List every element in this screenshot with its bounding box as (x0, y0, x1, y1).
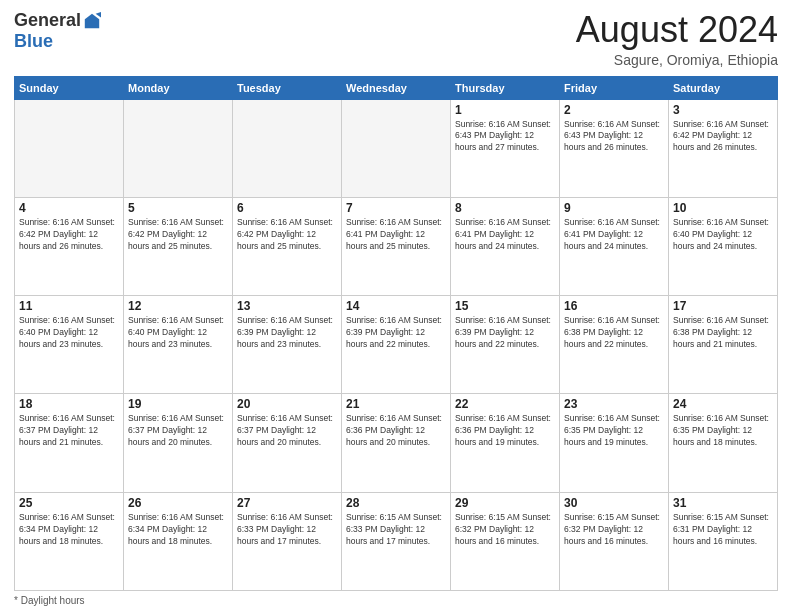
calendar-table: SundayMondayTuesdayWednesdayThursdayFrid… (14, 76, 778, 591)
calendar-cell: 13Sunrise: 6:16 AM Sunset: 6:39 PM Dayli… (233, 296, 342, 394)
calendar-header-friday: Friday (560, 76, 669, 99)
day-info: Sunrise: 6:15 AM Sunset: 6:32 PM Dayligh… (455, 512, 555, 548)
day-info: Sunrise: 6:16 AM Sunset: 6:36 PM Dayligh… (455, 413, 555, 449)
day-info: Sunrise: 6:16 AM Sunset: 6:37 PM Dayligh… (19, 413, 119, 449)
day-number: 26 (128, 496, 228, 510)
day-number: 6 (237, 201, 337, 215)
calendar-cell: 4Sunrise: 6:16 AM Sunset: 6:42 PM Daylig… (15, 197, 124, 295)
day-info: Sunrise: 6:16 AM Sunset: 6:42 PM Dayligh… (19, 217, 119, 253)
day-number: 1 (455, 103, 555, 117)
day-number: 14 (346, 299, 446, 313)
day-info: Sunrise: 6:16 AM Sunset: 6:37 PM Dayligh… (128, 413, 228, 449)
calendar-cell: 16Sunrise: 6:16 AM Sunset: 6:38 PM Dayli… (560, 296, 669, 394)
day-number: 31 (673, 496, 773, 510)
day-number: 13 (237, 299, 337, 313)
calendar-cell: 12Sunrise: 6:16 AM Sunset: 6:40 PM Dayli… (124, 296, 233, 394)
day-number: 20 (237, 397, 337, 411)
calendar-cell: 9Sunrise: 6:16 AM Sunset: 6:41 PM Daylig… (560, 197, 669, 295)
day-info: Sunrise: 6:16 AM Sunset: 6:34 PM Dayligh… (128, 512, 228, 548)
calendar-cell: 21Sunrise: 6:16 AM Sunset: 6:36 PM Dayli… (342, 394, 451, 492)
page: General Blue August 2024 Sagure, Oromiya… (0, 0, 792, 612)
logo: General Blue (14, 10, 101, 52)
calendar-cell: 18Sunrise: 6:16 AM Sunset: 6:37 PM Dayli… (15, 394, 124, 492)
day-number: 4 (19, 201, 119, 215)
calendar-cell: 29Sunrise: 6:15 AM Sunset: 6:32 PM Dayli… (451, 492, 560, 590)
day-info: Sunrise: 6:16 AM Sunset: 6:37 PM Dayligh… (237, 413, 337, 449)
calendar-cell (15, 99, 124, 197)
day-number: 24 (673, 397, 773, 411)
day-info: Sunrise: 6:16 AM Sunset: 6:35 PM Dayligh… (673, 413, 773, 449)
day-number: 19 (128, 397, 228, 411)
logo-icon (83, 12, 101, 30)
day-info: Sunrise: 6:16 AM Sunset: 6:41 PM Dayligh… (455, 217, 555, 253)
day-info: Sunrise: 6:16 AM Sunset: 6:38 PM Dayligh… (564, 315, 664, 351)
logo-blue-text: Blue (14, 31, 53, 52)
calendar-cell: 28Sunrise: 6:15 AM Sunset: 6:33 PM Dayli… (342, 492, 451, 590)
calendar-cell: 22Sunrise: 6:16 AM Sunset: 6:36 PM Dayli… (451, 394, 560, 492)
subtitle: Sagure, Oromiya, Ethiopia (576, 52, 778, 68)
day-number: 16 (564, 299, 664, 313)
day-info: Sunrise: 6:15 AM Sunset: 6:32 PM Dayligh… (564, 512, 664, 548)
calendar-cell: 5Sunrise: 6:16 AM Sunset: 6:42 PM Daylig… (124, 197, 233, 295)
day-number: 30 (564, 496, 664, 510)
day-number: 28 (346, 496, 446, 510)
day-info: Sunrise: 6:15 AM Sunset: 6:33 PM Dayligh… (346, 512, 446, 548)
calendar-cell: 8Sunrise: 6:16 AM Sunset: 6:41 PM Daylig… (451, 197, 560, 295)
calendar-cell: 25Sunrise: 6:16 AM Sunset: 6:34 PM Dayli… (15, 492, 124, 590)
calendar-cell: 19Sunrise: 6:16 AM Sunset: 6:37 PM Dayli… (124, 394, 233, 492)
logo-general-text: General (14, 10, 81, 31)
legend: * Daylight hours (14, 595, 778, 606)
calendar-cell: 11Sunrise: 6:16 AM Sunset: 6:40 PM Dayli… (15, 296, 124, 394)
legend-text: Daylight hours (21, 595, 85, 606)
day-number: 7 (346, 201, 446, 215)
day-info: Sunrise: 6:16 AM Sunset: 6:40 PM Dayligh… (128, 315, 228, 351)
calendar-week-4: 18Sunrise: 6:16 AM Sunset: 6:37 PM Dayli… (15, 394, 778, 492)
calendar-header-sunday: Sunday (15, 76, 124, 99)
calendar-header-thursday: Thursday (451, 76, 560, 99)
svg-marker-0 (85, 13, 99, 27)
calendar-cell (124, 99, 233, 197)
calendar-header-wednesday: Wednesday (342, 76, 451, 99)
day-info: Sunrise: 6:16 AM Sunset: 6:34 PM Dayligh… (19, 512, 119, 548)
day-info: Sunrise: 6:16 AM Sunset: 6:40 PM Dayligh… (19, 315, 119, 351)
calendar-cell: 24Sunrise: 6:16 AM Sunset: 6:35 PM Dayli… (669, 394, 778, 492)
calendar-cell: 17Sunrise: 6:16 AM Sunset: 6:38 PM Dayli… (669, 296, 778, 394)
day-number: 2 (564, 103, 664, 117)
day-info: Sunrise: 6:16 AM Sunset: 6:39 PM Dayligh… (455, 315, 555, 351)
calendar-week-1: 1Sunrise: 6:16 AM Sunset: 6:43 PM Daylig… (15, 99, 778, 197)
calendar-cell: 14Sunrise: 6:16 AM Sunset: 6:39 PM Dayli… (342, 296, 451, 394)
day-number: 10 (673, 201, 773, 215)
calendar-week-2: 4Sunrise: 6:16 AM Sunset: 6:42 PM Daylig… (15, 197, 778, 295)
calendar-header-row: SundayMondayTuesdayWednesdayThursdayFrid… (15, 76, 778, 99)
calendar-cell: 27Sunrise: 6:16 AM Sunset: 6:33 PM Dayli… (233, 492, 342, 590)
day-number: 23 (564, 397, 664, 411)
calendar-cell (342, 99, 451, 197)
day-number: 3 (673, 103, 773, 117)
day-info: Sunrise: 6:16 AM Sunset: 6:39 PM Dayligh… (346, 315, 446, 351)
day-number: 9 (564, 201, 664, 215)
day-number: 18 (19, 397, 119, 411)
day-info: Sunrise: 6:16 AM Sunset: 6:43 PM Dayligh… (564, 119, 664, 155)
calendar-cell: 7Sunrise: 6:16 AM Sunset: 6:41 PM Daylig… (342, 197, 451, 295)
day-info: Sunrise: 6:16 AM Sunset: 6:42 PM Dayligh… (673, 119, 773, 155)
day-info: Sunrise: 6:16 AM Sunset: 6:43 PM Dayligh… (455, 119, 555, 155)
calendar-cell: 20Sunrise: 6:16 AM Sunset: 6:37 PM Dayli… (233, 394, 342, 492)
day-number: 5 (128, 201, 228, 215)
calendar-header-monday: Monday (124, 76, 233, 99)
day-info: Sunrise: 6:16 AM Sunset: 6:39 PM Dayligh… (237, 315, 337, 351)
calendar-cell: 2Sunrise: 6:16 AM Sunset: 6:43 PM Daylig… (560, 99, 669, 197)
calendar-week-3: 11Sunrise: 6:16 AM Sunset: 6:40 PM Dayli… (15, 296, 778, 394)
calendar-header-tuesday: Tuesday (233, 76, 342, 99)
month-title: August 2024 (576, 10, 778, 50)
calendar-header-saturday: Saturday (669, 76, 778, 99)
day-number: 11 (19, 299, 119, 313)
calendar-cell: 23Sunrise: 6:16 AM Sunset: 6:35 PM Dayli… (560, 394, 669, 492)
day-number: 22 (455, 397, 555, 411)
calendar-week-5: 25Sunrise: 6:16 AM Sunset: 6:34 PM Dayli… (15, 492, 778, 590)
day-number: 25 (19, 496, 119, 510)
calendar-cell: 31Sunrise: 6:15 AM Sunset: 6:31 PM Dayli… (669, 492, 778, 590)
day-number: 27 (237, 496, 337, 510)
calendar-cell: 1Sunrise: 6:16 AM Sunset: 6:43 PM Daylig… (451, 99, 560, 197)
calendar-cell: 30Sunrise: 6:15 AM Sunset: 6:32 PM Dayli… (560, 492, 669, 590)
day-info: Sunrise: 6:16 AM Sunset: 6:36 PM Dayligh… (346, 413, 446, 449)
